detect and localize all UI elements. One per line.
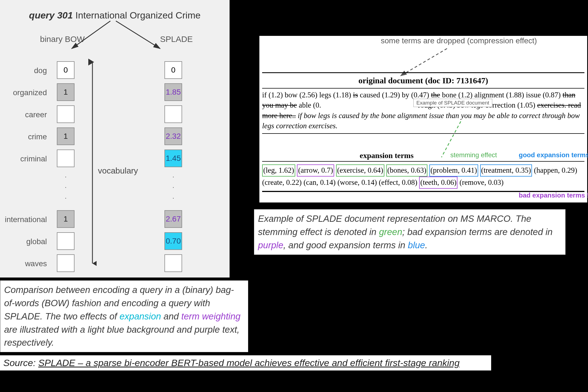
exp-term-can: (can, 0.14): [304, 178, 336, 186]
splade-document-panel: some terms are dropped (compression effe…: [259, 35, 588, 203]
exp-term-create: (create, 0.22): [262, 178, 302, 186]
term-label-waves: waves: [0, 259, 47, 268]
caption-text: ; bad expansion terms are denoted in: [402, 227, 553, 237]
caption-text-green: green: [379, 227, 402, 237]
svg-line-0: [72, 21, 110, 49]
exp-term-teeth: (teeth, 0.06): [419, 177, 457, 189]
stemming-effect-label: stemming effect: [450, 151, 497, 159]
splade-cell-crime: 2.32: [164, 127, 182, 145]
caption-text: and: [161, 311, 181, 321]
caption-text-blue: blue: [408, 240, 425, 250]
dropped-terms-label: some terms are dropped (compression effe…: [381, 36, 537, 45]
caption-text-expansion: expansion: [119, 311, 161, 321]
bow-cell-crime: 1: [57, 127, 75, 145]
exp-term-arrow: (arrow, 0.7): [297, 164, 334, 177]
exp-term-worse: (worse, 0.14): [337, 178, 377, 186]
exp-term-happen: (happen, 0.29): [534, 166, 577, 174]
exp-term-exercise: (exercise, 0.64): [336, 164, 384, 177]
caption-text: are illustrated with a light blue backgr…: [4, 324, 240, 348]
bow-cell-career: [57, 105, 75, 123]
exp-term-leg: (leg, 1.62): [262, 164, 295, 177]
ellipsis-icon: ...: [168, 170, 179, 202]
splade-cell-global: 0.70: [164, 232, 182, 250]
bad-expansion-label: bad expansion terms !: [519, 191, 588, 199]
term-label-global: global: [0, 237, 47, 246]
vocabulary-label: vocabulary: [98, 166, 138, 175]
splade-cell-waves: [164, 254, 182, 272]
expansion-body: (leg, 1.62) (arrow, 0.7) (exercise, 0.64…: [262, 164, 584, 192]
exp-term-treatment: (treatment, 0.35): [480, 164, 532, 177]
bow-cell-global: [57, 232, 75, 250]
splade-cell-organized: 1.85: [164, 83, 182, 101]
caption-text-termweighting: term weighting: [181, 311, 241, 321]
splade-cell-dog: 0: [164, 61, 182, 79]
bow-cell-organized: 1: [57, 83, 75, 101]
caption-text: .: [425, 240, 427, 250]
splade-cell-international: 2.67: [164, 210, 182, 228]
caption-text-purple: purple: [258, 240, 283, 250]
document-body: if (1.2) bow (2.56) legs (1.18) is cause…: [262, 90, 584, 134]
source-link[interactable]: SPLADE – a sparse bi-encoder BERT-based …: [38, 358, 460, 368]
exp-term-bones: (bones, 0.63): [386, 164, 428, 177]
caption-text: , and good expansion terms in: [283, 240, 408, 250]
expansion-title: expansion terms: [262, 151, 439, 160]
term-label-crime: crime: [0, 132, 47, 141]
branch-arrows-icon: [55, 18, 171, 54]
source-prefix: Source:: [3, 358, 38, 368]
source-line: Source: SPLADE – a sparse bi-encoder BER…: [0, 355, 491, 370]
tooltip: Example of SPLADE document: [413, 99, 492, 107]
caption-right: Example of SPLADE document representatio…: [254, 209, 566, 255]
term-label-international: international: [0, 215, 47, 224]
exp-term-remove: (remove, 0.03): [459, 178, 504, 186]
exp-term-effect: (effect, 0.08): [379, 178, 417, 186]
svg-line-1: [116, 21, 160, 49]
svg-line-3: [400, 49, 447, 76]
term-label-dog: dog: [0, 66, 47, 75]
splade-cell-criminal: 1.45: [164, 150, 182, 167]
bow-cell-waves: [57, 254, 75, 272]
exp-term-problem: (problem, 0.41): [429, 164, 478, 177]
splade-cell-career: [164, 105, 182, 123]
document-title: original document (doc ID: 7131647): [262, 72, 584, 89]
ellipsis-icon: ...: [60, 170, 71, 202]
term-label-criminal: criminal: [0, 154, 47, 163]
term-label-organized: organized: [0, 88, 47, 97]
bow-cell-international: 1: [57, 210, 75, 228]
bow-cell-dog: 0: [57, 61, 75, 79]
caption-left: Comparison between encoding a query in a…: [0, 280, 248, 352]
bow-vs-splade-panel: query 301 International Organized Crime …: [0, 0, 230, 278]
bow-cell-criminal: [57, 150, 75, 167]
good-expansion-label: good expansion terms: [519, 151, 588, 159]
vocabulary-double-arrow-icon: [88, 58, 97, 268]
term-label-career: career: [0, 110, 47, 119]
